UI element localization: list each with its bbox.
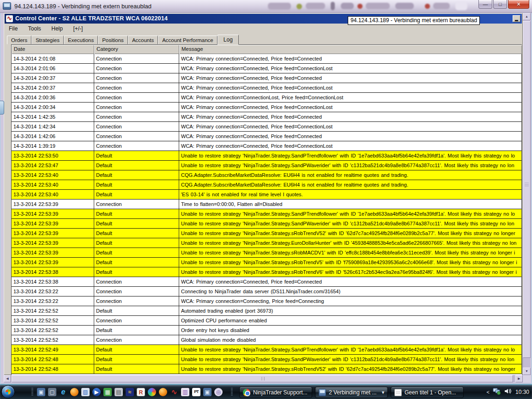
log-row[interactable]: 13-3-2014 22:52:48DefaultUnable to resto… <box>12 355 522 364</box>
log-date-cell: 13-3-2014 22:52:52 <box>12 306 94 316</box>
log-row[interactable]: 13-3-2014 22:53:39ConnectionTime to flat… <box>12 200 522 209</box>
utorrent-icon[interactable]: ◎ <box>214 388 223 396</box>
log-row[interactable]: 13-3-2014 22:53:38DefaultUnable to resto… <box>12 267 522 277</box>
log-row[interactable]: 13-3-2014 22:52:49DefaultUnable to resto… <box>12 345 522 355</box>
writer-document-icon <box>394 389 402 396</box>
tab-log[interactable]: Log <box>218 35 239 45</box>
log-row[interactable]: 14-3-2014 2:00:37ConnectionWCA: Primary … <box>12 73 522 83</box>
log-row[interactable]: 13-3-2014 22:53:39DefaultUnable to resto… <box>12 248 522 258</box>
log-row[interactable]: 13-3-2014 22:52:52DefaultOrder entry hot… <box>12 326 522 335</box>
log-date-cell: 13-3-2014 22:52:52 <box>12 326 94 335</box>
tab-strategies[interactable]: Strategies <box>31 36 64 44</box>
taskbar-grip[interactable] <box>231 388 233 396</box>
taskbutton-label: 2 Verbinding met ... <box>329 389 376 396</box>
log-row[interactable]: 14-3-2014 1:39:19ConnectionWCA: Primary … <box>12 141 522 151</box>
log-category-cell: Default <box>94 170 179 180</box>
rdp-close-button[interactable]: ✕ <box>508 0 529 9</box>
menu-expand-collapse[interactable]: [+/-] <box>69 24 87 34</box>
tray-collapse-arrow[interactable]: < <box>487 389 490 395</box>
tab-positions[interactable]: Positions <box>98 36 128 44</box>
volume-icon[interactable] <box>504 387 512 397</box>
log-row[interactable]: 13-3-2014 22:53:38ConnectionWCA: Primary… <box>12 277 522 287</box>
taskbutton-ninjatrader-support[interactable]: NinjaTrader Support... <box>239 387 312 398</box>
log-category-cell: Connection <box>94 73 179 83</box>
column-header-message[interactable]: Message <box>179 45 522 54</box>
horizontal-scroll-thumb[interactable] <box>12 375 513 382</box>
trading-app-icon[interactable]: ≈ <box>126 388 134 396</box>
taskbar-grip[interactable] <box>31 388 33 396</box>
r-project-icon[interactable]: R <box>137 388 145 396</box>
log-row[interactable]: 13-3-2014 22:53:22ConnectionConnecting t… <box>12 287 522 296</box>
tab-accounts[interactable]: Accounts <box>128 36 158 44</box>
log-row[interactable]: 13-3-2014 22:52:52ConnectionGlobal simul… <box>12 335 522 345</box>
taskbar-clock[interactable]: 10:30 <box>515 389 529 395</box>
internet-explorer-icon[interactable]: e <box>59 388 67 396</box>
vmware-icon[interactable]: ▦ <box>103 388 112 396</box>
log-row[interactable]: 14-3-2014 2:00:34ConnectionWCA: Primary … <box>12 103 522 112</box>
log-row[interactable]: 13-3-2014 22:52:52DefaultAutomated tradi… <box>12 306 522 316</box>
tab-account-performance[interactable]: Account Performance <box>158 36 218 44</box>
log-row[interactable]: 13-3-2014 22:53:40Default'ES 03-14' is n… <box>12 190 522 200</box>
column-header-date[interactable]: Date <box>12 45 94 54</box>
log-date-cell: 13-3-2014 22:52:52 <box>12 335 94 345</box>
log-row[interactable]: 13-3-2014 22:53:39DefaultUnable to resto… <box>12 258 522 267</box>
horizontal-scrollbar[interactable]: ◀ ▶ <box>4 375 523 382</box>
scroll-left-arrow[interactable]: ◀ <box>4 375 11 382</box>
scroll-up-arrow[interactable]: ▲ <box>523 13 531 20</box>
log-row[interactable]: 13-3-2014 22:53:50DefaultUnable to resto… <box>12 151 522 161</box>
rdp-maximize-button[interactable]: □ <box>493 0 507 9</box>
winrar-icon[interactable]: ▥ <box>181 388 189 396</box>
explorer-icon[interactable]: ▧ <box>81 388 90 396</box>
start-button[interactable] <box>1 385 15 399</box>
log-category-cell: Default <box>94 306 179 316</box>
taskbutton-verbinding-group[interactable]: 2 Verbinding met ... ▼ <box>315 387 388 398</box>
tab-executions[interactable]: Executions <box>64 36 98 44</box>
vertical-scrollbar[interactable]: ▲ ▼ <box>523 13 531 375</box>
log-row[interactable]: 14-3-2014 2:00:37ConnectionWCA: Primary … <box>12 83 522 93</box>
remote-desktop-icon[interactable]: ▣ <box>37 388 45 396</box>
chrome-ball-icon[interactable] <box>159 388 167 396</box>
column-header-category[interactable]: Category <box>94 45 179 54</box>
menu-help[interactable]: Help <box>47 24 67 34</box>
log-date-cell: 13-3-2014 22:53:22 <box>12 296 94 306</box>
log-row[interactable]: 14-3-2014 2:01:06ConnectionWCA: Primary … <box>12 64 522 73</box>
media-player-icon[interactable]: ▶ <box>92 388 101 396</box>
show-desktop-icon[interactable]: ▢ <box>48 388 56 396</box>
group-dropdown-arrow[interactable]: ▼ <box>381 390 385 395</box>
menu-tools[interactable]: Tools <box>24 24 45 34</box>
log-row[interactable]: 13-3-2014 22:53:39DefaultUnable to resto… <box>12 229 522 238</box>
log-row[interactable]: 14-3-2014 2:00:36ConnectionWCA: Primary … <box>12 93 522 103</box>
fax-printer-icon[interactable]: ▤ <box>115 388 123 396</box>
log-row[interactable]: 14-3-2014 1:42:06ConnectionWCA: Primary … <box>12 132 522 141</box>
log-date-cell: 13-3-2014 22:53:39 <box>12 219 94 229</box>
log-row[interactable]: 14-3-2014 2:01:08ConnectionWCA: Primary … <box>12 54 522 64</box>
tab-orders[interactable]: Orders <box>7 36 31 44</box>
rdp-connection-bar-tab[interactable] <box>0 101 4 115</box>
log-row[interactable]: 13-3-2014 22:53:40DefaultCQG.Adapter.Sub… <box>12 180 522 190</box>
picasa-icon[interactable] <box>148 388 156 396</box>
log-row[interactable]: 13-3-2014 22:52:48DefaultUnable to resto… <box>12 364 522 374</box>
network-icon[interactable] <box>493 387 501 397</box>
scroll-right-arrow[interactable]: ▶ <box>515 375 523 382</box>
remote-desktop-2-icon[interactable]: ▣ <box>203 388 212 396</box>
log-row[interactable]: 14-3-2014 1:42:35ConnectionWCA: Primary … <box>12 112 522 122</box>
pt-tool-icon[interactable]: PT <box>192 388 200 396</box>
menu-file[interactable]: File <box>5 24 22 34</box>
log-row[interactable]: 13-3-2014 22:53:47DefaultUnable to resto… <box>12 161 522 170</box>
window-minimize-button[interactable]: ▂ <box>513 15 520 22</box>
log-row[interactable]: 13-3-2014 22:53:22ConnectionWCA: Primary… <box>12 296 522 306</box>
chrome-icon[interactable] <box>70 388 79 396</box>
log-row[interactable]: 13-3-2014 22:53:39DefaultUnable to resto… <box>12 219 522 229</box>
log-row[interactable]: 13-3-2014 22:52:52ConnectionOptimized CP… <box>12 316 522 326</box>
log-message-cell: WCA: Primary connection=Connected, Price… <box>179 141 522 151</box>
log-row[interactable]: 13-3-2014 22:53:39DefaultUnable to resto… <box>12 238 522 248</box>
log-row[interactable]: 13-3-2014 22:53:40DefaultCQG.Adapter.Sub… <box>12 170 522 180</box>
log-row[interactable]: 14-3-2014 1:42:34ConnectionWCA: Primary … <box>12 122 522 132</box>
rdp-minimize-button[interactable]: — <box>478 0 492 9</box>
vertical-scroll-thumb[interactable] <box>523 21 531 358</box>
ninjatrader-icon[interactable]: ∿ <box>170 388 178 396</box>
scroll-down-arrow[interactable]: ▼ <box>523 368 531 375</box>
taskbutton-openoffice[interactable]: Geen titel 1 - Open... <box>391 387 464 398</box>
log-message-cell: WCA: Primary connection=Connected, Price… <box>179 132 522 141</box>
log-row[interactable]: 13-3-2014 22:53:39DefaultUnable to resto… <box>12 209 522 219</box>
